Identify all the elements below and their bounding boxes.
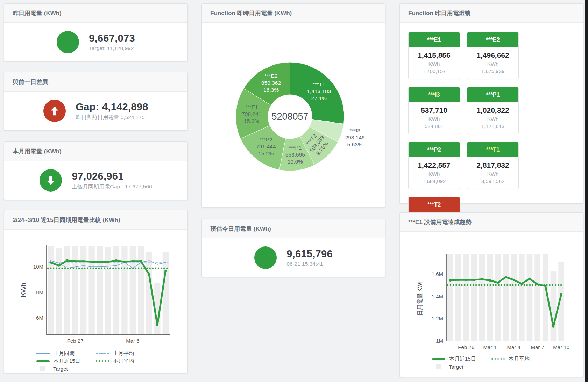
lamp-tile-value: 1,422,557 <box>410 161 458 169</box>
e1-line-chart: 1M1.2M1.4M1.6MFeb 26Mar 1Mar 4Mar 7Mar 1… <box>413 251 570 353</box>
lamp-tile-unit: KWh <box>410 171 458 177</box>
series-marker <box>50 261 52 263</box>
series-marker <box>497 282 499 284</box>
legend-swatch-dotted <box>96 360 109 362</box>
legend-item[interactable]: 本月近15日 <box>432 355 491 363</box>
donut-label-line: 10.6% <box>288 159 303 165</box>
kpi-subtitle: 昨日與前日用電量 5,524,175 <box>76 114 148 121</box>
donut-label-line: ***E1 <box>245 104 258 110</box>
legend-item[interactable]: 上月同期 <box>36 349 96 357</box>
series-marker <box>148 273 150 276</box>
target-bar <box>534 254 540 341</box>
target-bar <box>97 246 103 335</box>
lamp-tile-unit: KWh <box>469 116 517 122</box>
lamp-tile-value: 2,817,832 <box>469 161 517 169</box>
target-bar <box>163 252 169 335</box>
panel-title: 本月用電量 (KWh) <box>4 142 187 161</box>
panel-yesterday-usage: 昨日用電量 (KWh) 9,667,073 Target: 11,128,992 <box>4 3 188 61</box>
target-bar <box>56 248 62 335</box>
target-bar <box>503 254 509 341</box>
y-axis-label: KWh <box>20 283 27 297</box>
legend-item[interactable]: 本月平均 <box>491 355 551 363</box>
donut-label-line: ***T1 <box>313 81 325 87</box>
x-axis-tick: Mar 1 <box>483 344 496 350</box>
legend-label: 本月平均 <box>509 356 530 362</box>
series-marker <box>58 264 60 266</box>
lamp-tile-target: 1,121,613 <box>469 123 517 129</box>
series-marker <box>66 259 68 262</box>
legend-label: 上月同期 <box>54 350 75 357</box>
compare-chart-legend: 上月同期上月平均本月近15日本月平均Target <box>36 349 155 373</box>
series-marker <box>449 279 451 282</box>
lamp-tile-E2[interactable]: ***E21,496,662KWh1,675,939 <box>467 32 519 79</box>
lamp-tile-target: 1,700,157 <box>410 68 458 74</box>
series-marker <box>140 260 142 262</box>
lamp-tile-unit: KWh <box>469 171 517 177</box>
lamp-tile-T1[interactable]: ***T12,817,832KWh3,591,562 <box>467 142 519 189</box>
series-marker <box>544 285 546 287</box>
donut-label-line: 5.63% <box>347 141 363 147</box>
series-marker <box>74 260 76 262</box>
target-bar <box>463 254 469 341</box>
kpi-subtitle: Target: 11,128,992 <box>89 45 135 51</box>
lamp-tile-label: ***T1 <box>467 142 518 157</box>
legend-item[interactable]: 本月近15日 <box>36 357 96 365</box>
lamp-tile-P1[interactable]: ***P11,020,322KWh1,121,613 <box>467 87 519 134</box>
legend-item[interactable]: Target <box>36 365 96 373</box>
target-bar <box>551 271 557 341</box>
lamp-tile-unit: KWh <box>410 61 458 67</box>
legend-swatch-square <box>436 364 441 369</box>
donut-label-line: ***I3 <box>349 127 360 133</box>
target-bar <box>138 246 144 335</box>
x-axis-tick: Feb 27 <box>67 338 84 344</box>
legend-item[interactable]: Target <box>432 363 491 370</box>
kpi-value: 97,026,961 <box>72 171 152 182</box>
series-marker <box>536 283 538 285</box>
donut-slice-label: ***I3293,1495.63% <box>345 127 365 147</box>
lamp-tile-I3[interactable]: ***I3537,710KWh584,861 <box>408 87 460 134</box>
status-circle-icon <box>57 31 79 53</box>
panel-title: 昨日用電量 (KWh) <box>4 4 187 23</box>
series-marker <box>512 279 515 281</box>
kpi-subtitle: 上個月同期用電Gap: -17,377,566 <box>72 183 152 190</box>
series-marker <box>552 325 554 327</box>
kpi-value: 9,667,073 <box>89 33 135 44</box>
y-axis-tick: 1.2M <box>432 315 443 321</box>
panel-lamp-board: Function 昨日用電燈號 ***E11,415,856KWh1,700,1… <box>399 3 583 204</box>
y-axis-tick: 10M <box>33 264 43 270</box>
lamp-tile-E1[interactable]: ***E11,415,856KWh1,700,157 <box>408 32 460 79</box>
series-marker <box>489 279 491 282</box>
legend-swatch-thick <box>432 358 445 360</box>
lamp-tile-body: 537,710KWh584,861 <box>409 102 460 134</box>
series-marker <box>99 261 101 263</box>
lamp-tile-unit: KWh <box>469 61 517 67</box>
target-bar <box>487 254 493 341</box>
legend-item[interactable]: 上月平均 <box>96 349 155 357</box>
donut-label-line: 15.3% <box>244 118 259 124</box>
kpi-body: Gap: 4,142,898 昨日與前日用電量 5,524,175 <box>4 92 187 132</box>
series-marker <box>107 261 109 263</box>
target-bar <box>72 246 78 335</box>
donut-label-line: 791,444 <box>256 144 276 150</box>
lamp-tile-body: 1,415,856KWh1,700,157 <box>409 47 460 79</box>
donut-label-line: 16.3% <box>263 87 279 93</box>
target-bar <box>455 254 461 341</box>
legend-label: 本月近15日 <box>449 356 476 362</box>
series-marker <box>115 259 117 262</box>
lamp-tile-label: ***E2 <box>467 32 518 47</box>
legend-label: 本月平均 <box>113 358 134 364</box>
legend-label: Target <box>449 364 463 370</box>
y-axis-tick: 1.4M <box>432 293 443 299</box>
lamp-tile-P2[interactable]: ***P21,422,557KWh1,684,092 <box>408 142 460 189</box>
legend-swatch-thick <box>36 360 50 362</box>
lamp-tile-target: 3,591,562 <box>469 178 517 184</box>
lamp-tile-body: 1,020,322KWh1,121,613 <box>467 102 518 134</box>
series-marker <box>465 279 467 281</box>
panel-title: 2/24~3/10 近15日同期用電量比較 (KWh) <box>4 210 187 230</box>
status-circle-icon <box>254 246 277 269</box>
donut-label-line: 27.1% <box>311 95 327 101</box>
target-bar <box>519 254 525 341</box>
legend-item[interactable]: 本月平均 <box>96 357 155 365</box>
kpi-body: 9,615,796 06-21 15:34:41 <box>202 238 385 278</box>
y-axis-label: 日用電量 KWh <box>417 279 423 315</box>
